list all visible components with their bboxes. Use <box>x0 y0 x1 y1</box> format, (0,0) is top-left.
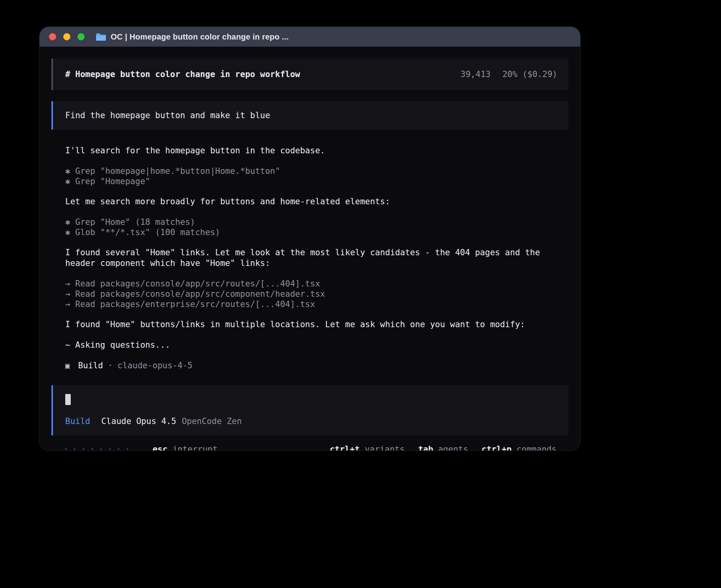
assistant-text: Let me search more broadly for buttons a… <box>65 196 568 207</box>
folder-icon <box>96 33 106 41</box>
assistant-text: I found "Home" buttons/links in multiple… <box>65 319 568 330</box>
assistant-text: I found several "Home" links. Let me loo… <box>65 247 568 269</box>
terminal-window: OC | Homepage button color change in rep… <box>40 27 580 450</box>
agent-name: Build <box>78 360 103 371</box>
user-message: Find the homepage button and make it blu… <box>51 101 568 130</box>
progress-dots: ········ <box>63 444 134 450</box>
tool-call-group: ✱ Grep "Home" (18 matches) ✱ Glob "**/*.… <box>65 217 568 237</box>
tool-call-read: → Read packages/enterprise/src/routes/[.… <box>65 299 568 309</box>
tool-call-group: → Read packages/console/app/src/routes/[… <box>65 279 568 309</box>
minimize-button[interactable] <box>63 33 70 40</box>
tool-call-read: → Read packages/console/app/src/componen… <box>65 289 568 299</box>
session-stats: 39,413 20% ($0.29) <box>461 70 557 79</box>
titlebar: OC | Homepage button color change in rep… <box>40 27 580 47</box>
terminal-content: # Homepage button color change in repo w… <box>40 47 580 450</box>
transcript: I'll search for the homepage button in t… <box>51 145 568 351</box>
status-text: ~ Asking questions... <box>65 340 568 351</box>
tool-call-read: → Read packages/console/app/src/routes/[… <box>65 279 568 289</box>
tool-call-group: ✱ Grep "homepage|home.*button|Home.*butt… <box>65 166 568 187</box>
agent-status-line: ▣ Build · claude-opus-4-5 <box>51 360 568 371</box>
prompt-input[interactable]: Build Claude Opus 4.5 OpenCode Zen <box>51 385 568 435</box>
shortcut-agents: tab agents <box>418 445 468 451</box>
status-bar-left: ········ esc interrupt <box>63 444 217 450</box>
status-bar-right: ctrl+t variants tab agents ctrl+p comman… <box>330 445 557 451</box>
tab-key: tab <box>418 445 433 451</box>
input-meta: Build Claude Opus 4.5 OpenCode Zen <box>65 416 557 426</box>
tool-call-grep: ✱ Grep "homepage|home.*button|Home.*butt… <box>65 166 568 176</box>
shortcut-interrupt: esc interrupt <box>153 445 217 451</box>
context-usage: 20% ($0.29) <box>502 70 557 79</box>
agent-separator: · <box>108 360 113 371</box>
tool-call-glob: ✱ Glob "**/*.tsx" (100 matches) <box>65 227 568 237</box>
assistant-text: I'll search for the homepage button in t… <box>65 145 568 156</box>
traffic-lights <box>49 33 85 40</box>
variants-label: variants <box>365 445 405 451</box>
input-provider-label: OpenCode Zen <box>182 416 242 426</box>
text-cursor <box>65 394 71 405</box>
agents-label: agents <box>438 445 468 451</box>
agent-icon: ▣ <box>65 360 70 371</box>
user-message-text: Find the homepage button and make it blu… <box>65 111 270 120</box>
close-button[interactable] <box>49 33 56 40</box>
esc-label: interrupt <box>173 445 218 451</box>
input-model-label[interactable]: Claude Opus 4.5 <box>101 416 176 426</box>
agent-model: claude-opus-4-5 <box>117 360 193 371</box>
window-title: OC | Homepage button color change in rep… <box>111 32 289 41</box>
session-header: # Homepage button color change in repo w… <box>51 58 568 90</box>
tool-call-grep: ✱ Grep "Home" (18 matches) <box>65 217 568 227</box>
token-count: 39,413 <box>461 70 491 79</box>
tool-call-grep: ✱ Grep "Homepage" <box>65 176 568 187</box>
ctrl-p-key: ctrl+p <box>481 445 511 451</box>
zoom-button[interactable] <box>77 33 85 40</box>
commands-label: commands <box>517 445 557 451</box>
shortcut-commands: ctrl+p commands <box>481 445 557 451</box>
ctrl-t-key: ctrl+t <box>330 445 360 451</box>
esc-key: esc <box>153 445 168 451</box>
input-mode-label[interactable]: Build <box>65 416 90 426</box>
session-title: # Homepage button color change in repo w… <box>65 70 300 79</box>
shortcut-variants: ctrl+t variants <box>330 445 405 451</box>
status-bar: ········ esc interrupt ctrl+t variants t… <box>51 444 568 450</box>
